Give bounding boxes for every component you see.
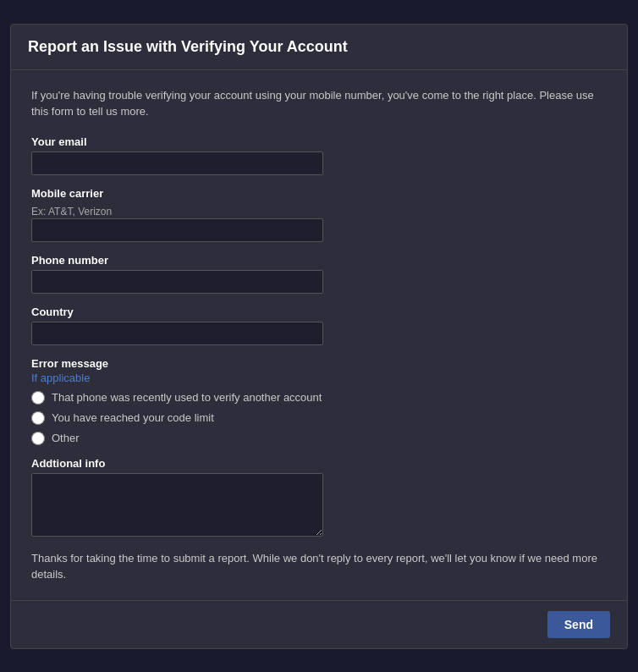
phone-number-label: Phone number [31, 254, 607, 267]
additional-info-textarea[interactable] [31, 473, 323, 537]
radio-label-1: You have reached your code limit [52, 411, 214, 424]
intro-text: If you're having trouble verifying your … [31, 87, 607, 120]
additional-info-group: Addtional info [31, 457, 607, 537]
mobile-carrier-label: Mobile carrier [31, 187, 607, 200]
radio-input-2[interactable] [31, 432, 45, 445]
send-button[interactable]: Send [547, 611, 610, 638]
mobile-carrier-input[interactable] [31, 218, 323, 242]
radio-label-0: That phone was recently used to verify a… [52, 391, 322, 404]
email-label: Your email [31, 135, 607, 148]
email-group: Your email [31, 135, 607, 175]
additional-info-label: Addtional info [31, 457, 607, 470]
thanks-text: Thanks for taking the time to submit a r… [31, 550, 607, 583]
dialog-footer: Send [11, 600, 627, 648]
mobile-carrier-group: Mobile carrier Ex: AT&T, Verizon [31, 187, 607, 242]
radio-input-0[interactable] [31, 391, 45, 405]
email-input[interactable] [31, 151, 323, 175]
dialog-body: If you're having trouble verifying your … [11, 70, 627, 600]
country-label: Country [31, 306, 607, 318]
radio-label-2: Other [52, 432, 80, 444]
mobile-carrier-hint: Ex: AT&T, Verizon [31, 206, 112, 218]
phone-number-group: Phone number [31, 254, 607, 294]
radio-input-1[interactable] [31, 411, 45, 425]
country-group: Country [31, 306, 607, 345]
radio-item-1[interactable]: You have reached your code limit [31, 411, 607, 425]
country-input[interactable] [31, 322, 323, 345]
error-message-label: Error message [31, 357, 607, 370]
dialog-container: Report an Issue with Verifying Your Acco… [10, 24, 628, 649]
dialog-title: Report an Issue with Verifying Your Acco… [28, 38, 610, 56]
dialog-header: Report an Issue with Verifying Your Acco… [11, 25, 627, 70]
error-message-section: Error message If applicable That phone w… [31, 357, 607, 445]
error-message-hint: If applicable [31, 372, 607, 384]
radio-item-2[interactable]: Other [31, 432, 607, 445]
radio-group: That phone was recently used to verify a… [31, 391, 607, 445]
phone-number-input[interactable] [31, 270, 323, 294]
radio-item-0[interactable]: That phone was recently used to verify a… [31, 391, 607, 405]
